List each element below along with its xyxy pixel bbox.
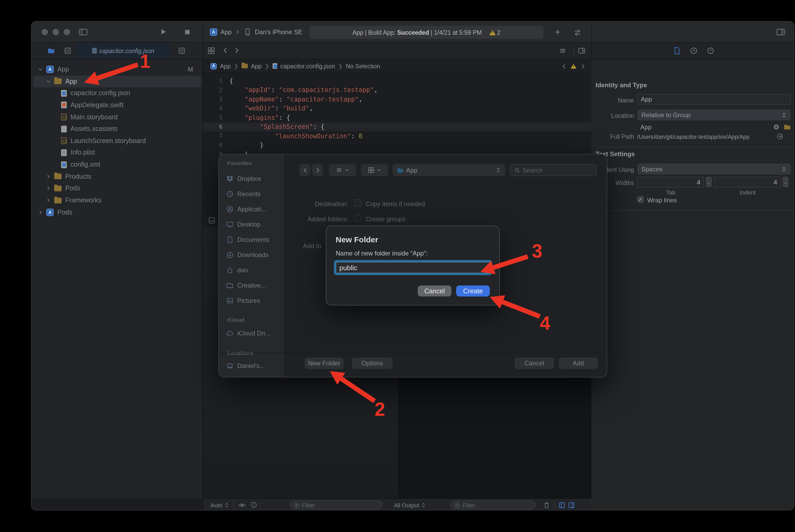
group-view-button[interactable] — [361, 164, 388, 176]
file-inspector-tab-icon[interactable] — [673, 47, 681, 55]
tree-item-app[interactable]: AAppM — [32, 63, 202, 75]
run-destination[interactable]: Dan's iPhone SE — [255, 28, 303, 36]
indent-width-stepper[interactable] — [782, 177, 789, 187]
back-button[interactable] — [300, 164, 310, 176]
code-review-icon[interactable] — [574, 28, 581, 36]
disclosure-closed-icon[interactable] — [38, 209, 43, 215]
tree-item-app[interactable]: App — [32, 75, 202, 87]
sidebar-item-documents[interactable]: Documents — [226, 234, 282, 245]
minimize-window-button[interactable] — [53, 29, 59, 35]
issue-warning-icon[interactable] — [571, 63, 576, 68]
copy-items-checkbox[interactable] — [354, 199, 361, 207]
tree-item-pods[interactable]: Pods — [32, 183, 202, 194]
code-line-8[interactable]: 8 } — [203, 140, 591, 150]
sidebar-item-pictures[interactable]: Pictures — [226, 296, 282, 306]
go-forward-icon[interactable] — [233, 47, 240, 54]
sidebar-item-recents[interactable]: Recents — [226, 189, 282, 199]
close-window-button[interactable] — [41, 29, 48, 35]
folder-name-input[interactable]: public — [336, 262, 490, 273]
tree-item-launchscreen-storyboard[interactable]: LaunchScreen.storyboard — [32, 135, 202, 147]
breadcrumb[interactable]: No Selection — [346, 63, 380, 69]
related-items-icon[interactable] — [207, 47, 215, 55]
sheet-add-button[interactable]: Add — [559, 358, 598, 369]
clear-group-icon[interactable] — [773, 124, 780, 130]
show-variables-pane-icon[interactable] — [558, 501, 566, 509]
go-back-icon[interactable] — [221, 47, 229, 54]
breadcrumb[interactable]: capacitor.config.json — [280, 63, 335, 69]
code-line-2[interactable]: 2 "appId": "com.capacitorjs.testapp", — [203, 86, 591, 95]
add-editor-icon[interactable] — [578, 47, 585, 55]
scheme-selector[interactable]: A App Dan's iPhone SE — [210, 28, 302, 36]
jump-bar[interactable]: A App ❯ App ❯ capacitor.config.json ❯ No… — [203, 59, 591, 73]
run-button[interactable] — [159, 28, 167, 36]
navigator-scm-icon[interactable] — [64, 47, 72, 55]
breadcrumb[interactable]: App — [251, 63, 262, 69]
disclosure-closed-icon[interactable] — [46, 186, 51, 191]
open-path-icon[interactable] — [777, 133, 783, 140]
sidebar-item-desktop[interactable]: Desktop — [226, 219, 282, 230]
tree-item-main-storyboard[interactable]: Main.storyboard — [32, 111, 202, 123]
library-plus-icon[interactable] — [554, 28, 561, 36]
disclosure-open-icon[interactable] — [38, 67, 43, 72]
choose-folder-icon[interactable] — [783, 123, 791, 131]
modal-cancel-button[interactable]: Cancel — [418, 285, 451, 297]
toggle-navigator-icon[interactable] — [78, 28, 88, 36]
tree-item-assets-xcassets[interactable]: Assets.xcassets — [32, 123, 202, 135]
sidebar-item-icloud-dri-[interactable]: iCloud Dri... — [226, 328, 282, 339]
adjust-editor-options-icon[interactable] — [559, 47, 567, 55]
sidebar-item-daniel-s-[interactable]: Daniel's... — [226, 361, 282, 371]
sidebar-item-downloads[interactable]: Downloads — [226, 250, 282, 260]
disclosure-open-icon[interactable] — [46, 79, 51, 84]
stop-button[interactable] — [184, 28, 191, 36]
wrap-lines-checkbox[interactable]: ✓ — [637, 196, 644, 203]
show-console-pane-icon[interactable] — [568, 501, 575, 509]
location-dropdown[interactable]: Relative to Group — [637, 109, 791, 120]
sheet-new-folder-button[interactable]: New Folder — [305, 358, 344, 369]
help-inspector-tab-icon[interactable] — [707, 47, 715, 55]
modal-create-button[interactable]: Create — [456, 285, 490, 297]
tree-item-capacitor-config-json[interactable]: capacitor.config.json — [32, 88, 202, 99]
variable-info-icon[interactable] — [250, 501, 257, 508]
create-groups-radio[interactable] — [354, 214, 361, 222]
code-line-4[interactable]: 4 "webDir": "build", — [203, 104, 591, 113]
navigator-report-icon[interactable] — [178, 47, 186, 55]
name-field[interactable]: App — [637, 94, 791, 104]
code-line-3[interactable]: 3 "appName": "capacitor-testapp", — [203, 95, 591, 104]
tab-width-stepper[interactable] — [706, 177, 712, 187]
tab-width-field[interactable]: 4 — [637, 177, 704, 188]
tree-item-appdelegate-swift[interactable]: AppDelegate.swift — [32, 99, 202, 111]
code-line-6[interactable]: 6 "SplashScreen": { — [203, 122, 591, 131]
tree-item-config-xml[interactable]: config.xml — [32, 159, 202, 170]
code-line-7[interactable]: 7 "launchShowDuration": 0 — [203, 131, 591, 140]
variables-scope-select[interactable]: Auto — [211, 502, 222, 508]
hide-debug-area-icon[interactable] — [208, 216, 216, 225]
disclosure-closed-icon[interactable] — [46, 198, 51, 203]
sidebar-item-creative-[interactable]: Creative... — [226, 280, 282, 291]
activity-status[interactable]: App | Build App: Succeeded | 1/4/21 at 5… — [309, 26, 543, 39]
zoom-window-button[interactable] — [64, 29, 70, 35]
forward-button[interactable] — [312, 164, 323, 176]
indent-width-field[interactable]: 4 — [714, 177, 781, 188]
indent-using-dropdown[interactable]: Spaces — [637, 164, 791, 174]
tree-item-pods[interactable]: APods — [32, 206, 202, 218]
prev-issue-icon[interactable] — [561, 63, 567, 69]
variables-filter-input[interactable]: Filter — [290, 500, 382, 509]
tree-item-info-plist[interactable]: Info.plist — [32, 147, 202, 158]
history-inspector-tab-icon[interactable] — [690, 47, 698, 55]
breadcrumb[interactable]: App — [220, 63, 231, 69]
navigator-project-icon[interactable] — [47, 47, 55, 55]
sidebar-item-dan[interactable]: dan — [226, 265, 282, 276]
tree-item-products[interactable]: Products — [32, 171, 202, 183]
sidebar-item-dropbox[interactable]: Dropbox — [226, 173, 282, 184]
code-line-1[interactable]: 1{ — [203, 76, 591, 86]
clear-console-icon[interactable] — [543, 501, 550, 509]
tree-item-frameworks[interactable]: Frameworks — [32, 194, 202, 206]
sheet-options-button[interactable]: Options — [352, 358, 393, 369]
search-input[interactable]: Search — [510, 164, 597, 176]
console-filter-input[interactable]: Filter — [450, 500, 536, 509]
location-popup[interactable]: App — [393, 164, 505, 176]
code-line-5[interactable]: 5 "plugins": { — [203, 113, 591, 122]
quicklook-eye-icon[interactable] — [238, 501, 246, 509]
disclosure-closed-icon[interactable] — [46, 174, 51, 179]
sidebar-item-applicati-[interactable]: Applicati... — [226, 204, 282, 214]
